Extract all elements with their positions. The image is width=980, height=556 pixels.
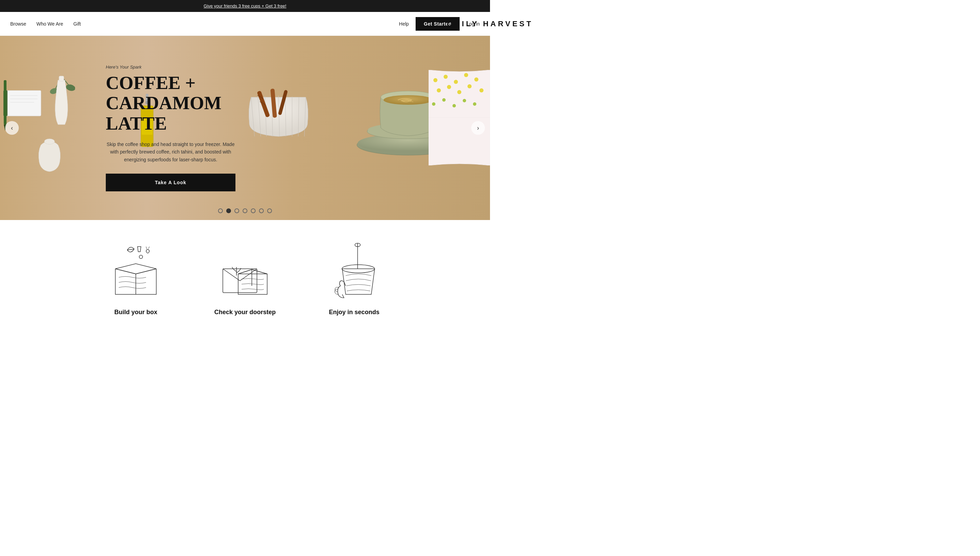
carousel-dot-4[interactable] [243,208,247,213]
svg-point-39 [473,102,476,106]
how-it-works-section: Build your box [0,220,490,330]
build-box-title: Build your box [114,309,157,316]
how-item-build-box: Build your box [102,241,170,316]
hero-content: Here's Your Spark COFFEE + CARDAMOM LATT… [106,65,235,191]
hero-title: COFFEE + CARDAMOM LATTE [106,73,235,134]
svg-point-31 [447,85,451,89]
nav-left: Browse Who We Are Gift [10,21,81,27]
svg-rect-2 [59,76,64,81]
nav-browse[interactable]: Browse [10,21,26,27]
svg-point-35 [432,102,435,106]
svg-rect-8 [3,91,41,116]
carousel-dot-7[interactable] [267,208,272,213]
svg-point-37 [453,104,456,107]
svg-point-29 [474,78,479,81]
svg-point-30 [437,88,441,92]
hero-subtitle: Here's Your Spark [106,65,235,70]
how-item-doorstep: Check your doorstep [211,241,279,316]
hero-section: Here's Your Spark COFFEE + CARDAMOM LATT… [0,36,490,220]
svg-rect-13 [4,80,6,124]
carousel-dot-3[interactable] [234,208,239,213]
hero-next-button[interactable]: › [471,121,485,135]
how-it-works-grid: Build your box [10,241,480,316]
nav-logo[interactable]: DAILY HARVEST [447,19,490,28]
enjoy-title: Enjoy in seconds [329,309,380,316]
announcement-link[interactable]: Give your friends 3 free cups + Get 3 fr… [204,3,286,8]
nav-who-we-are[interactable]: Who We Are [37,21,63,27]
hero-right-imagery [224,36,490,220]
enjoy-icon [327,241,382,302]
svg-point-26 [443,75,448,79]
svg-point-38 [463,99,466,102]
box-icon [108,241,163,302]
main-nav: Browse Who We Are Gift DAILY HARVEST Hel… [0,12,490,36]
carousel-dot-5[interactable] [251,208,256,213]
bottle-yellow [72,66,87,121]
svg-point-7 [44,139,55,144]
carousel-dot-2[interactable] [226,208,231,213]
svg-point-36 [442,98,446,102]
svg-point-33 [467,84,472,88]
napkin-decoration [429,70,490,165]
vase-small [21,162,44,193]
take-a-look-button[interactable]: Take A Look [106,174,235,191]
svg-point-28 [464,73,468,77]
hero-description: Skip the coffee shop and head straight t… [106,141,235,163]
hero-prev-button[interactable]: ‹ [5,121,19,135]
doorstep-title: Check your doorstep [214,309,276,316]
svg-point-32 [457,90,461,94]
nav-help[interactable]: Help [399,21,409,27]
vase-tall [48,56,68,118]
carousel-dot-1[interactable] [218,208,223,213]
chevron-left-icon: ‹ [11,124,13,132]
svg-point-27 [454,80,458,84]
nav-gift[interactable]: Gift [73,21,81,27]
doorstep-icon [218,241,272,302]
svg-point-34 [479,88,484,92]
svg-point-25 [433,78,437,82]
chevron-right-icon: › [477,124,479,132]
svg-point-42 [139,255,142,259]
how-item-enjoy: Enjoy in seconds [320,241,388,316]
carousel-dots [218,208,272,213]
carousel-dot-6[interactable] [259,208,264,213]
announcement-bar: Give your friends 3 free cups + Get 3 fr… [0,0,490,12]
